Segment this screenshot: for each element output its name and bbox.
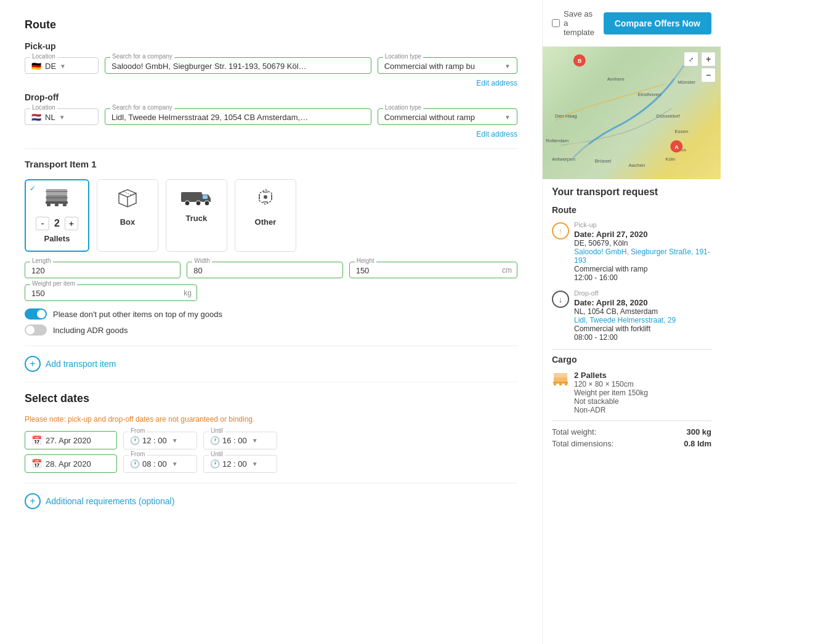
pickup-type-field[interactable]: Location type Commercial with ramp bu ▼ bbox=[378, 57, 517, 74]
pickup-edit-link[interactable]: Edit address bbox=[25, 79, 517, 87]
dropoff-edit-link[interactable]: Edit address bbox=[25, 130, 517, 139]
map-zoom-out-button[interactable]: − bbox=[701, 68, 716, 83]
dropoff-until-value: 12 : 00 bbox=[222, 459, 247, 469]
dropoff-group: Drop-off Location 🇳🇱 NL ▼ Search for a c… bbox=[25, 92, 517, 139]
pickup-details: Pick-up Date: April 27, 2020 DE, 50679, … bbox=[574, 221, 711, 282]
svg-text:Brüssel: Brüssel bbox=[595, 158, 612, 164]
transport-request-title: Your transport request bbox=[552, 187, 711, 198]
dropoff-date-field[interactable]: 📅 28. Apr 2020 bbox=[25, 454, 117, 473]
type-card-truck[interactable]: Truck bbox=[166, 179, 227, 252]
length-field[interactable]: Length 120 bbox=[25, 262, 180, 278]
pickup-date-field[interactable]: 📅 27. Apr 2020 bbox=[25, 431, 117, 449]
pallet-increase-button[interactable]: + bbox=[65, 217, 78, 230]
calendar-icon: 📅 bbox=[31, 435, 42, 445]
pickup-until-label: Until bbox=[209, 427, 225, 434]
pickup-from-value: 12 : 00 bbox=[142, 436, 167, 445]
dimensions-row: Length 120 Width 80 Height 150 cm bbox=[25, 262, 517, 278]
width-field[interactable]: Width 80 bbox=[187, 262, 342, 278]
pickup-until-value: 16 : 00 bbox=[222, 436, 247, 445]
svg-text:Essen: Essen bbox=[674, 129, 688, 134]
svg-text:Eindhoven: Eindhoven bbox=[638, 92, 661, 97]
dropoff-company: Lidl, Tweede Helmersstraat, 29 bbox=[574, 316, 711, 324]
dropoff-location-field[interactable]: Location 🇳🇱 NL ▼ bbox=[25, 108, 99, 125]
svg-point-11 bbox=[204, 201, 209, 206]
pickup-location-field[interactable]: Location 🇩🇪 DE ▼ bbox=[25, 57, 99, 74]
compare-offers-button[interactable]: Compare Offers Now bbox=[604, 12, 711, 34]
weight-label: Weight per item bbox=[30, 280, 77, 287]
pickup-type-label: Location type bbox=[383, 53, 424, 60]
height-field[interactable]: Height 150 cm bbox=[349, 262, 517, 278]
pickup-date: Date: April 27, 2020 bbox=[574, 230, 711, 239]
pallets-cargo-icon bbox=[552, 371, 569, 388]
cargo-weight: Weight per item 150kg bbox=[574, 388, 648, 397]
map-background: Den Haag Rotterdam Antwerpen Brüssel Aac… bbox=[543, 47, 721, 179]
pickup-company-field[interactable]: Search for a company Saloodo! GmbH, Sieg… bbox=[105, 57, 371, 74]
pickup-icon: ↑ bbox=[552, 222, 569, 239]
weight-field[interactable]: Weight per item 150 kg bbox=[25, 284, 197, 301]
box-icon bbox=[116, 187, 139, 214]
pickup-until-field[interactable]: Until 🕐 16 : 00 ▼ bbox=[203, 432, 277, 449]
cargo-stackable: Not stackable bbox=[574, 397, 648, 406]
stackable-toggle[interactable] bbox=[25, 308, 47, 320]
transport-item-section: Transport Item 1 ✓ bbox=[25, 159, 517, 336]
cargo-adr: Non-ADR bbox=[574, 406, 648, 414]
pickup-group: Pick-up Location 🇩🇪 DE ▼ Search for a co… bbox=[25, 41, 517, 87]
save-template-checkbox-row[interactable]: Save as a template bbox=[552, 9, 596, 37]
pickup-location-value[interactable]: 🇩🇪 DE ▼ bbox=[31, 62, 92, 71]
weight-row: Weight per item 150 kg bbox=[25, 284, 517, 301]
route-title: Route bbox=[25, 18, 517, 31]
add-transport-item-button[interactable]: + Add transport item bbox=[25, 356, 116, 372]
chevron-down-icon: ▼ bbox=[172, 461, 178, 467]
adr-toggle[interactable] bbox=[25, 324, 47, 336]
dates-section: Select dates Please note: pick-up and dr… bbox=[25, 392, 517, 473]
save-template-checkbox[interactable] bbox=[552, 19, 560, 27]
dropoff-until-field[interactable]: Until 🕐 12 : 00 ▼ bbox=[203, 455, 277, 473]
dropoff-company-value: Lidl, Tweede Helmersstraat 29, 1054 CB A… bbox=[111, 113, 309, 122]
pickup-title: Pick-up bbox=[25, 41, 517, 51]
additional-req-label: Additional requirements (optional) bbox=[46, 496, 174, 506]
stackable-label: Please don't put other items on top of m… bbox=[53, 310, 222, 319]
type-card-box[interactable]: Box bbox=[97, 179, 158, 252]
total-dimensions-value: 0.8 ldm bbox=[684, 439, 711, 448]
dropoff-date-row: 📅 28. Apr 2020 From 🕐 08 : 00 ▼ Until 🕐 … bbox=[25, 454, 517, 473]
dropoff-location-value[interactable]: 🇳🇱 NL ▼ bbox=[31, 113, 92, 122]
other-icon bbox=[254, 187, 277, 214]
transport-type-options: ✓ - bbox=[25, 179, 517, 252]
pallet-decrease-button[interactable]: - bbox=[36, 217, 49, 230]
svg-text:Arnhem: Arnhem bbox=[607, 76, 625, 82]
divider bbox=[552, 349, 711, 350]
total-dimensions-label: Total dimensions: bbox=[552, 439, 613, 448]
svg-text:Rotterdam: Rotterdam bbox=[546, 138, 569, 143]
dropoff-company-label: Search for a company bbox=[110, 104, 174, 111]
pickup-from-field[interactable]: From 🕐 12 : 00 ▼ bbox=[123, 432, 197, 449]
dropoff-company-field[interactable]: Search for a company Lidl, Tweede Helmer… bbox=[105, 108, 371, 125]
pallets-icon bbox=[46, 188, 68, 211]
svg-point-13 bbox=[264, 195, 267, 199]
chevron-down-icon: ▼ bbox=[60, 63, 66, 70]
dropoff-from-value: 08 : 00 bbox=[142, 459, 167, 469]
map-zoom-in-button[interactable]: + bbox=[701, 52, 716, 66]
cargo-dimensions: 120 × 80 × 150cm bbox=[574, 380, 648, 388]
pickup-type: Commercial with ramp bbox=[574, 265, 711, 273]
pickup-summary-label: Pick-up bbox=[574, 221, 711, 228]
type-card-other[interactable]: Other bbox=[235, 179, 296, 252]
dropoff-type: Commercial with forklift bbox=[574, 324, 711, 333]
svg-rect-3 bbox=[63, 204, 67, 206]
save-template-label: Save as a template bbox=[564, 9, 596, 37]
truck-label: Truck bbox=[186, 214, 208, 223]
dropoff-summary: ↓ Drop-off Date: April 28, 2020 NL, 1054… bbox=[552, 289, 711, 342]
de-flag: 🇩🇪 bbox=[31, 62, 41, 71]
pickup-fields: Location 🇩🇪 DE ▼ Search for a company Sa… bbox=[25, 57, 517, 74]
chevron-down-icon: ▼ bbox=[504, 63, 511, 70]
checkmark-icon: ✓ bbox=[30, 184, 36, 193]
chevron-down-icon: ▼ bbox=[252, 461, 258, 467]
dropoff-from-field[interactable]: From 🕐 08 : 00 ▼ bbox=[123, 455, 197, 473]
map-expand-button[interactable]: ⤢ bbox=[684, 52, 698, 66]
pickup-type-value: Commercial with ramp bu ▼ bbox=[384, 62, 511, 71]
type-card-pallets[interactable]: ✓ - bbox=[25, 179, 89, 252]
dropoff-type-field[interactable]: Location type Commercial without ramp ▼ bbox=[378, 108, 517, 125]
additional-requirements-button[interactable]: + Additional requirements (optional) bbox=[25, 493, 174, 509]
dates-title: Select dates bbox=[25, 392, 517, 405]
add-icon: + bbox=[25, 493, 41, 509]
dropoff-icon: ↓ bbox=[552, 291, 569, 308]
